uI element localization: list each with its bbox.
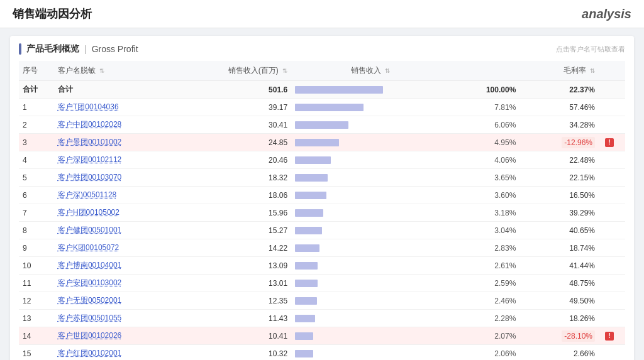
row-alert-cell bbox=[599, 116, 625, 134]
row-name[interactable]: 客户苏团00501055 bbox=[54, 310, 195, 327]
row-bar-cell bbox=[291, 116, 449, 134]
row-margin: -28.10% bbox=[519, 327, 599, 345]
margin-value: 34.28% bbox=[569, 121, 595, 129]
row-bar-cell bbox=[291, 187, 449, 204]
col-name: 客户名脱敏 ⇅ bbox=[54, 61, 195, 81]
row-margin: 57.46% bbox=[519, 99, 599, 116]
row-seq: 7 bbox=[19, 204, 54, 222]
row-revenue-m: 10.41 bbox=[194, 327, 291, 345]
row-alert-cell: ! bbox=[599, 327, 625, 345]
table-row: 4 客户深团00102112 20.46 4.06% 22.48% bbox=[19, 151, 625, 169]
card-title-cn: 产品毛利概览 bbox=[26, 43, 79, 55]
row-name[interactable]: 客户无盟00502001 bbox=[54, 292, 195, 310]
row-revenue-m: 14.22 bbox=[194, 239, 291, 257]
header-title-cn: 销售端动因分析 bbox=[13, 6, 92, 21]
row-name[interactable]: 客户T团00104036 bbox=[54, 99, 195, 116]
row-revenue-m: 13.09 bbox=[194, 257, 291, 275]
row-bar-cell bbox=[291, 169, 449, 187]
row-margin: 40.65% bbox=[519, 222, 599, 239]
margin-value: 18.26% bbox=[569, 314, 595, 323]
row-name[interactable]: 客户中团00102028 bbox=[54, 116, 195, 134]
row-alert-cell bbox=[599, 257, 625, 275]
row-name[interactable]: 客户世团00102026 bbox=[54, 327, 195, 345]
card-header: 产品毛利概览 | Gross Profit 点击客户名可钻取查看 bbox=[19, 43, 625, 55]
row-revenue-m: 13.01 bbox=[194, 275, 291, 292]
table-row: 5 客户胜团00103070 18.32 3.65% 22.15% bbox=[19, 169, 625, 187]
row-revenue-m: 12.35 bbox=[194, 292, 291, 310]
row-name[interactable]: 客户红团00102001 bbox=[54, 345, 195, 361]
row-name[interactable]: 客户深团00102112 bbox=[54, 151, 195, 169]
table-row: 6 客户深)00501128 18.06 3.60% 16.50% bbox=[19, 187, 625, 204]
row-bar-cell bbox=[291, 99, 449, 116]
row-seq: 1 bbox=[19, 99, 54, 116]
table-row: 12 客户无盟00502001 12.35 2.46% 49.50% bbox=[19, 292, 625, 310]
table-row: 15 客户红团00102001 10.32 2.06% 2.66% bbox=[19, 345, 625, 361]
row-alert-cell bbox=[599, 169, 625, 187]
row-bar-cell bbox=[291, 275, 449, 292]
row-name[interactable]: 客户K团00105072 bbox=[54, 239, 195, 257]
sort-icon-revenue[interactable]: ⇅ bbox=[385, 67, 390, 74]
row-revenue-m: 15.96 bbox=[194, 204, 291, 222]
row-bar-cell bbox=[291, 327, 449, 345]
row-name[interactable]: 客户景团00101002 bbox=[54, 134, 195, 151]
row-alert-cell: ! bbox=[599, 134, 625, 151]
title-divider: | bbox=[84, 44, 87, 54]
row-margin: 18.74% bbox=[519, 239, 599, 257]
row-margin: 16.50% bbox=[519, 187, 599, 204]
title-bar-decoration bbox=[19, 43, 21, 55]
row-pct: 2.06% bbox=[450, 345, 520, 361]
row-revenue-m: 15.27 bbox=[194, 222, 291, 239]
row-seq: 12 bbox=[19, 292, 54, 310]
total-margin: 22.37% bbox=[519, 81, 599, 99]
sort-icon-margin[interactable]: ⇅ bbox=[590, 67, 595, 74]
row-name[interactable]: 客户深)00501128 bbox=[54, 187, 195, 204]
row-margin: 48.75% bbox=[519, 275, 599, 292]
row-seq: 11 bbox=[19, 275, 54, 292]
total-revenue-m: 501.6 bbox=[194, 81, 291, 99]
table-row: 13 客户苏团00501055 11.43 2.28% 18.26% bbox=[19, 310, 625, 327]
row-name[interactable]: 客户胜团00103070 bbox=[54, 169, 195, 187]
col-margin: 毛利率 ⇅ bbox=[519, 61, 599, 81]
row-pct: 4.06% bbox=[450, 151, 520, 169]
row-pct: 3.18% bbox=[450, 204, 520, 222]
row-pct: 2.07% bbox=[450, 327, 520, 345]
row-name[interactable]: 客户H团00105002 bbox=[54, 204, 195, 222]
sort-icon-name[interactable]: ⇅ bbox=[99, 67, 104, 74]
row-seq: 6 bbox=[19, 187, 54, 204]
row-name[interactable]: 客户安团00103002 bbox=[54, 275, 195, 292]
row-revenue-m: 11.43 bbox=[194, 310, 291, 327]
margin-value: -28.10% bbox=[562, 330, 595, 342]
margin-value: 16.50% bbox=[569, 191, 595, 200]
margin-value: 22.48% bbox=[569, 156, 595, 165]
total-seq: 合计 bbox=[19, 81, 54, 99]
table-row: 14 客户世团00102026 10.41 2.07% -28.10% ! bbox=[19, 327, 625, 345]
table-row: 11 客户安团00103002 13.01 2.59% 48.75% bbox=[19, 275, 625, 292]
margin-value: 41.44% bbox=[569, 261, 595, 270]
col-revenue-m: 销售收入(百万) ⇅ bbox=[194, 61, 291, 81]
row-revenue-m: 10.32 bbox=[194, 345, 291, 361]
table-row: 2 客户中团00102028 30.41 6.06% 34.28% bbox=[19, 116, 625, 134]
row-margin: 41.44% bbox=[519, 257, 599, 275]
row-pct: 2.61% bbox=[450, 257, 520, 275]
table-row: 7 客户H团00105002 15.96 3.18% 39.29% bbox=[19, 204, 625, 222]
row-pct: 2.59% bbox=[450, 275, 520, 292]
row-bar-cell bbox=[291, 292, 449, 310]
row-alert-cell bbox=[599, 239, 625, 257]
row-pct: 4.95% bbox=[450, 134, 520, 151]
alert-icon: ! bbox=[605, 138, 614, 147]
sort-icon-revenue-m[interactable]: ⇅ bbox=[282, 67, 287, 74]
row-seq: 2 bbox=[19, 116, 54, 134]
row-bar-cell bbox=[291, 134, 449, 151]
row-alert-cell bbox=[599, 151, 625, 169]
row-revenue-m: 18.06 bbox=[194, 187, 291, 204]
row-name[interactable]: 客户博南00104001 bbox=[54, 257, 195, 275]
row-pct: 2.28% bbox=[450, 310, 520, 327]
header-title-en: analysis bbox=[582, 7, 631, 21]
alert-icon: ! bbox=[605, 332, 614, 341]
row-margin: 34.28% bbox=[519, 116, 599, 134]
table-header-row: 序号 客户名脱敏 ⇅ 销售收入(百万) ⇅ 销售收入 ⇅ 毛利率 ⇅ bbox=[19, 61, 625, 81]
row-name[interactable]: 客户健团00501001 bbox=[54, 222, 195, 239]
row-margin: 18.26% bbox=[519, 310, 599, 327]
row-alert-cell bbox=[599, 204, 625, 222]
table-row: 9 客户K团00105072 14.22 2.83% 18.74% bbox=[19, 239, 625, 257]
